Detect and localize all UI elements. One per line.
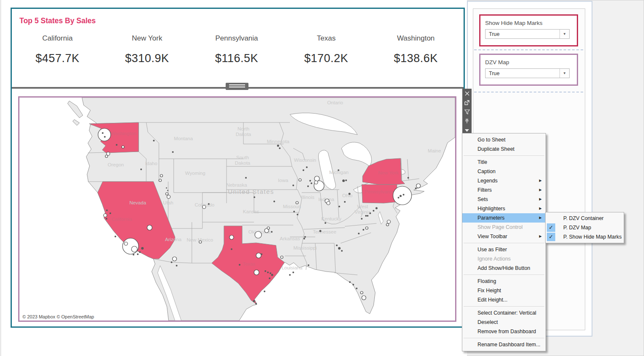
menu-item-select-container-vertical[interactable]: Select Container: Vertical [462,308,546,318]
kpi-col-pennsylvania[interactable]: Pennsylvania $116.5K [192,34,281,65]
menu-item-floating[interactable]: Floating [462,277,546,286]
map-mark-dot [407,177,409,179]
map-mark-circle[interactable] [393,186,412,205]
kpi-col-texas[interactable]: Texas $170.2K [281,34,371,65]
map-mark-circle[interactable] [254,270,259,275]
menu-item-title[interactable]: Title [462,158,546,167]
show-hide-map-marks-dropdown[interactable]: True ▼ [485,29,570,39]
context-menu: Go to SheetDuplicate SheetTitleCaptionLe… [462,133,546,351]
map-mark-circle[interactable] [366,227,368,229]
menu-item-rename-dashboard-item[interactable]: Rename Dashboard Item... [462,340,546,349]
map-mark-circle[interactable] [360,291,363,294]
go-to-sheet-icon[interactable] [462,98,472,107]
pin-icon[interactable] [462,117,472,126]
map-mark-circle[interactable] [296,201,298,204]
kpi-state-value: $457.7K [13,52,102,65]
map-attribution[interactable]: © 2023 Mapbox © OpenStreetMap [20,314,96,320]
map-mark-circle[interactable] [123,238,139,254]
menu-item-use-as-filter[interactable]: Use as Filter [462,245,546,254]
map-label-nebraska: Nebraska [226,182,247,188]
menu-item-add-show-hide-button[interactable]: Add Show/Hide Button [462,264,546,273]
map-mark-circle[interactable] [281,256,283,258]
map-mark-dot [139,251,141,253]
chevron-down-icon[interactable]: ▼ [559,30,569,38]
menu-item-highlighters[interactable]: Highlighters▶ [462,204,546,213]
kpi-col-california[interactable]: California $457.7K [13,34,102,65]
submenu-arrow-icon: ▶ [539,213,542,223]
map-sheet[interactable]: OntarioWashingtonMontanaNorthDakotaSouth… [18,96,456,322]
map-mark-circle[interactable] [147,225,152,230]
menu-item-go-to-sheet[interactable]: Go to Sheet [462,135,546,144]
menu-item-legends[interactable]: Legends▶ [462,176,546,185]
map-mark-circle[interactable] [166,193,168,195]
menu-separator [464,155,544,156]
kpi-col-washington[interactable]: Washington $138.6K [371,34,461,65]
island [73,120,79,125]
kpi-col-new-york[interactable]: New York $310.9K [102,34,192,65]
menu-item-sets[interactable]: Sets▶ [462,195,546,204]
map-mark-circle[interactable] [105,155,108,158]
menu-item-show-page-control: Show Page Control [462,223,546,232]
map-mark-dot [133,254,134,255]
map-mark-dot [171,261,172,263]
menu-item-caption[interactable]: Caption [462,167,546,176]
map-mark-circle[interactable] [167,195,170,198]
map-mark-circle[interactable] [386,223,389,226]
map-mark-circle[interactable] [122,146,124,148]
map-mark-circle[interactable] [131,246,137,252]
map-label-nevada: Nevada [129,200,146,205]
map-mark-dot [172,151,174,153]
submenu-item-label: P. Show Hide Map Marks [563,234,622,240]
us-map[interactable]: OntarioWashingtonMontanaNorthDakotaSouth… [19,98,455,321]
map-mark-circle[interactable] [229,235,234,239]
menu-item-label: Use as Filter [478,247,507,253]
map-mark-dot [269,277,270,279]
map-mark-circle[interactable] [160,174,163,177]
map-mark-circle[interactable] [314,181,318,184]
menu-item-fix-height[interactable]: Fix Height [462,286,546,295]
map-mark-dot [102,132,104,134]
map-mark-circle[interactable] [98,128,111,141]
map-mark-circle[interactable] [267,227,270,229]
submenu-item-p-dzv-container[interactable]: P. DZV Container [546,214,624,223]
drag-handle[interactable] [226,83,248,90]
menu-item-parameters[interactable]: Parameters▶ [462,213,546,223]
kpi-state-label: Washington [371,34,461,43]
map-mark-circle[interactable] [255,231,262,238]
menu-item-label: Parameters [478,215,505,221]
submenu-item-p-dzv-map[interactable]: ✓P. DZV Map [546,223,624,232]
map-mark-circle[interactable] [416,184,420,188]
menu-item-edit-height[interactable]: Edit Height... [462,295,546,304]
menu-item-remove-from-dashboard[interactable]: Remove from Dashboard [462,327,546,336]
map-mark-circle[interactable] [159,179,161,182]
menu-item-deselect[interactable]: Deselect [462,318,546,327]
map-mark-circle[interactable] [202,205,206,209]
map-mark-circle[interactable] [256,253,261,258]
map-mark-dot [303,238,305,239]
chevron-down-icon[interactable]: ▼ [559,69,569,78]
map-label-united-states: United States [228,188,274,195]
filter-icon[interactable] [462,107,472,117]
map-mark-circle[interactable] [314,176,319,181]
dzv-map-dropdown[interactable]: True ▼ [485,68,570,78]
map-mark-dot [308,264,309,266]
map-mark-dot [325,222,326,224]
map-mark-circle[interactable] [172,257,177,261]
menu-item-duplicate-sheet[interactable]: Duplicate Sheet [462,144,546,154]
map-mark-dot [361,218,363,220]
close-icon[interactable] [462,89,472,98]
map-mark-dot [319,230,322,232]
map-mark-circle[interactable] [199,241,202,243]
map-label-missouri: Missouri [283,204,301,209]
submenu-item-p-show-hide-map-marks[interactable]: ✓P. Show Hide Map Marks [546,232,624,242]
map-mark-circle[interactable] [362,296,366,300]
map-mark-circle[interactable] [124,242,128,245]
menu-item-filters[interactable]: Filters▶ [462,185,546,195]
map-mark-circle[interactable] [104,214,107,217]
map-mark-circle[interactable] [299,179,301,181]
param-card-dzv-map[interactable]: DZV Map True ▼ [479,54,578,86]
map-mark-circle[interactable] [327,201,330,205]
menu-item-view-toolbar[interactable]: View Toolbar▶ [462,232,546,241]
param-card-show-hide-map-marks[interactable]: Show Hide Map Marks True ▼ [479,14,578,46]
map-mark-circle[interactable] [387,220,390,223]
